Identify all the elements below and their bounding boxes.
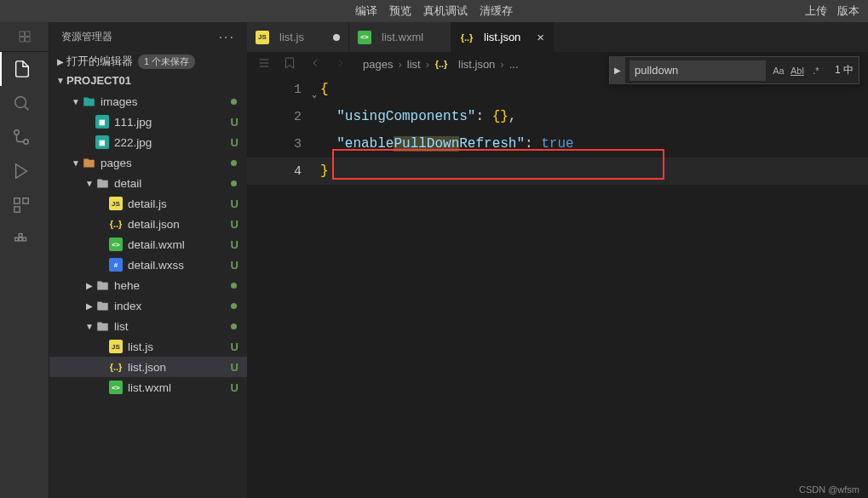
git-status: U	[231, 361, 239, 374]
tree-label: images	[101, 95, 138, 108]
folder-item[interactable]: ▼detail	[49, 173, 247, 193]
breadcrumb-item[interactable]: list	[407, 58, 421, 71]
chevron-icon: ▼	[83, 322, 95, 331]
svg-line-5	[25, 106, 28, 110]
code-line[interactable]: 3 "enablePullDownRefresh": true	[247, 130, 868, 157]
activity-search[interactable]	[0, 86, 43, 120]
folder-item[interactable]: ▼images	[49, 91, 247, 112]
git-status: U	[231, 136, 239, 149]
menu-clear-cache[interactable]: 清缓存	[480, 3, 513, 19]
file-item[interactable]: <>detail.wxmlU	[49, 234, 247, 255]
git-dot	[231, 323, 237, 329]
dirty-indicator	[333, 34, 340, 41]
tree-label: index	[114, 300, 141, 312]
folder-item[interactable]: ▶index	[49, 295, 247, 316]
git-status: U	[231, 218, 239, 231]
activity-explorer[interactable]	[0, 52, 43, 86]
tab-list-js[interactable]: JSlist.js	[247, 22, 349, 52]
menu-preview[interactable]: 预览	[389, 3, 411, 19]
breadcrumb-item[interactable]: list.json	[458, 58, 495, 71]
close-icon[interactable]: ×	[537, 30, 544, 44]
fold-icon[interactable]: ⌄	[312, 89, 317, 100]
tree-label: detail	[114, 177, 141, 190]
breadcrumb[interactable]: pages›list›{..}list.json›...	[363, 57, 519, 71]
file-item[interactable]: {..}detail.jsonU	[49, 214, 247, 234]
folder-item[interactable]: ▶hehe	[49, 275, 247, 295]
file-tree: ▼images▦111.jpgU▦222.jpgU▼pages▼detailJS…	[49, 89, 247, 498]
file-item[interactable]: JSdetail.jsU	[49, 193, 247, 214]
file-item[interactable]: ▦222.jpgU	[49, 132, 247, 152]
find-input[interactable]	[629, 60, 766, 81]
folder-item[interactable]: ▼list	[49, 316, 247, 336]
svg-rect-12	[15, 238, 19, 241]
sidebar-more-icon[interactable]: ···	[219, 30, 235, 45]
svg-point-4	[15, 97, 26, 108]
tab-list-wxml[interactable]: <>list.wxml	[349, 22, 451, 52]
tree-label: hehe	[114, 279, 140, 292]
tree-label: detail.json	[128, 218, 180, 231]
activity-extensions[interactable]	[0, 188, 43, 222]
tree-label: 111.jpg	[114, 116, 152, 129]
find-expand-toggle[interactable]: ▶	[610, 56, 625, 84]
breadcrumb-item[interactable]: pages	[363, 58, 393, 71]
project-root-row[interactable]: ▼ PROJECT01	[49, 71, 247, 89]
menu-compile[interactable]: 编译	[355, 3, 377, 19]
line-content: "enablePullDownRefresh": true	[320, 136, 868, 152]
file-item[interactable]: JSlist.jsU	[49, 336, 247, 357]
find-match-word[interactable]: Abl	[789, 62, 806, 79]
find-regex[interactable]: .*	[808, 62, 825, 79]
tab-label: list.json	[484, 31, 520, 43]
tab-list-json[interactable]: {..}list.json×	[451, 22, 554, 52]
watermark: CSDN @wfsm	[799, 484, 859, 495]
tree-label: detail.js	[128, 197, 167, 210]
code-area[interactable]: 1⌄{2 "usingComponents": {},3 "enablePull…	[247, 76, 868, 498]
chevron-icon: ▶	[83, 301, 95, 311]
git-status: U	[231, 238, 239, 251]
bookmark-icon[interactable]	[283, 56, 296, 72]
svg-rect-13	[19, 238, 22, 241]
git-status: U	[231, 341, 239, 353]
tree-label: list.wxml	[128, 381, 171, 394]
folder-item[interactable]: ▼pages	[49, 152, 247, 173]
git-dot	[231, 99, 237, 105]
file-item[interactable]: #detail.wxssU	[49, 255, 247, 275]
line-content: "usingComponents": {},	[320, 109, 868, 124]
find-count: 1 中	[830, 63, 859, 77]
project-name: PROJECT01	[66, 74, 131, 87]
menu-debug[interactable]: 真机调试	[423, 3, 468, 19]
svg-rect-14	[23, 238, 26, 241]
top-menu: 编译 预览 真机调试 清缓存 上传 版本	[0, 0, 868, 22]
svg-rect-1	[26, 31, 30, 36]
breadcrumb-sep: ›	[500, 58, 503, 71]
line-number: 4	[247, 164, 320, 179]
activity-git[interactable]	[0, 120, 43, 154]
file-item[interactable]: {..}list.jsonU	[49, 357, 247, 377]
open-editors-row[interactable]: ▶ 打开的编辑器 1 个未保存	[49, 52, 247, 71]
activity-debug[interactable]	[0, 154, 43, 188]
back-icon[interactable]	[308, 56, 322, 72]
svg-rect-11	[14, 207, 20, 212]
chevron-icon: ▶	[83, 281, 95, 290]
code-line[interactable]: 2 "usingComponents": {},	[247, 103, 868, 130]
outline-icon[interactable]	[257, 56, 271, 72]
svg-point-6	[14, 130, 20, 135]
breadcrumb-sep: ›	[398, 58, 401, 71]
menu-upload[interactable]: 上传	[805, 3, 827, 19]
git-dot	[231, 283, 237, 289]
code-line[interactable]: 4}	[247, 157, 868, 185]
find-match-case[interactable]: Aa	[770, 62, 787, 79]
menu-version[interactable]: 版本	[837, 3, 859, 19]
file-item[interactable]: ▦111.jpgU	[49, 112, 247, 132]
sidebar-header: 资源管理器 ···	[49, 22, 247, 52]
svg-rect-10	[23, 198, 28, 203]
git-status: U	[231, 259, 239, 272]
git-status: U	[231, 381, 239, 394]
file-item[interactable]: <>list.wxmlU	[49, 377, 247, 398]
unsaved-badge: 1 个未保存	[138, 54, 195, 69]
breadcrumb-item[interactable]: ...	[509, 58, 519, 71]
json-icon: {..}	[434, 57, 453, 71]
activity-docker[interactable]	[0, 222, 43, 256]
forward-icon[interactable]	[334, 56, 348, 72]
svg-rect-15	[19, 234, 22, 238]
sidebar: 资源管理器 ··· ▶ 打开的编辑器 1 个未保存 ▼ PROJECT01 ▼i…	[49, 22, 247, 498]
